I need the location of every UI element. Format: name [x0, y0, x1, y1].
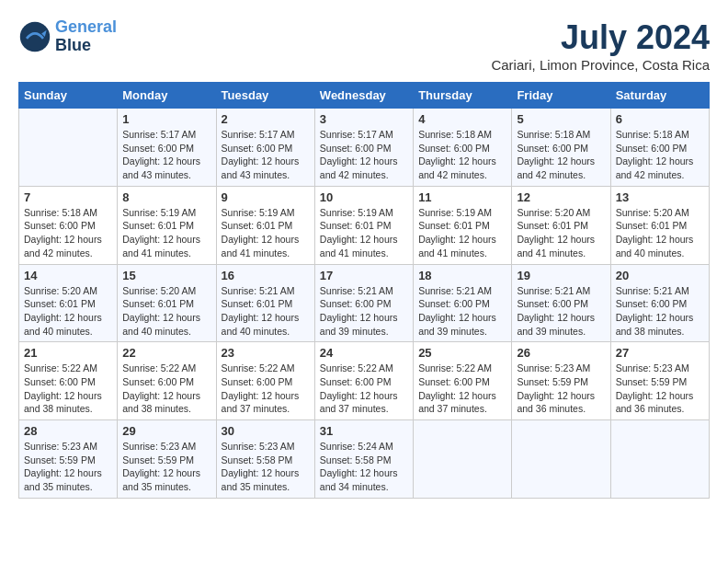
day-cell	[414, 420, 512, 499]
day-cell: 2Sunrise: 5:17 AM Sunset: 6:00 PM Daylig…	[216, 109, 314, 187]
day-cell: 7Sunrise: 5:18 AM Sunset: 6:00 PM Daylig…	[19, 186, 118, 264]
col-header-sunday: Sunday	[19, 83, 118, 109]
day-cell: 12Sunrise: 5:20 AM Sunset: 6:01 PM Dayli…	[512, 186, 610, 264]
day-number: 11	[418, 190, 506, 204]
day-number: 12	[517, 190, 605, 204]
month-title: July 2024	[491, 18, 710, 57]
day-number: 29	[122, 424, 210, 438]
logo: GeneralBlue	[18, 18, 117, 55]
day-cell: 29Sunrise: 5:23 AM Sunset: 5:59 PM Dayli…	[118, 420, 216, 499]
day-number: 19	[517, 269, 605, 282]
day-number: 3	[320, 112, 408, 126]
logo-icon	[18, 20, 51, 53]
day-cell: 21Sunrise: 5:22 AM Sunset: 6:00 PM Dayli…	[19, 342, 118, 420]
day-number: 23	[222, 346, 310, 360]
day-info: Sunrise: 5:18 AM Sunset: 6:00 PM Dayligh…	[517, 128, 605, 182]
col-header-wednesday: Wednesday	[314, 83, 413, 109]
day-info: Sunrise: 5:17 AM Sunset: 6:00 PM Dayligh…	[320, 128, 408, 182]
day-info: Sunrise: 5:19 AM Sunset: 6:01 PM Dayligh…	[122, 206, 210, 260]
day-info: Sunrise: 5:22 AM Sunset: 6:00 PM Dayligh…	[122, 362, 210, 416]
day-info: Sunrise: 5:18 AM Sunset: 6:00 PM Dayligh…	[418, 128, 506, 182]
day-cell: 20Sunrise: 5:21 AM Sunset: 6:00 PM Dayli…	[610, 264, 709, 342]
day-cell: 9Sunrise: 5:19 AM Sunset: 6:01 PM Daylig…	[216, 186, 314, 264]
day-info: Sunrise: 5:21 AM Sunset: 6:00 PM Dayligh…	[517, 284, 605, 339]
week-row-4: 21Sunrise: 5:22 AM Sunset: 6:00 PM Dayli…	[19, 342, 710, 420]
day-info: Sunrise: 5:21 AM Sunset: 6:00 PM Dayligh…	[616, 284, 704, 339]
calendar-table: SundayMondayTuesdayWednesdayThursdayFrid…	[18, 82, 710, 499]
day-number: 15	[122, 269, 210, 282]
title-area: July 2024 Cariari, Limon Province, Costa…	[491, 18, 710, 73]
day-number: 16	[222, 269, 310, 282]
page-header: GeneralBlue July 2024 Cariari, Limon Pro…	[18, 18, 710, 73]
day-info: Sunrise: 5:20 AM Sunset: 6:01 PM Dayligh…	[24, 284, 112, 339]
day-cell: 22Sunrise: 5:22 AM Sunset: 6:00 PM Dayli…	[118, 342, 216, 420]
day-cell: 15Sunrise: 5:20 AM Sunset: 6:01 PM Dayli…	[118, 264, 216, 342]
day-info: Sunrise: 5:21 AM Sunset: 6:00 PM Dayligh…	[418, 284, 506, 339]
logo-text: GeneralBlue	[55, 18, 117, 55]
day-info: Sunrise: 5:18 AM Sunset: 6:00 PM Dayligh…	[24, 206, 112, 260]
day-cell: 13Sunrise: 5:20 AM Sunset: 6:01 PM Dayli…	[610, 186, 709, 264]
day-number: 26	[517, 346, 605, 360]
day-info: Sunrise: 5:22 AM Sunset: 6:00 PM Dayligh…	[222, 362, 310, 416]
day-number: 22	[122, 346, 210, 360]
col-header-monday: Monday	[118, 83, 216, 109]
day-number: 1	[122, 112, 210, 126]
day-info: Sunrise: 5:22 AM Sunset: 6:00 PM Dayligh…	[320, 362, 408, 416]
day-info: Sunrise: 5:23 AM Sunset: 5:59 PM Dayligh…	[122, 440, 210, 494]
day-cell: 3Sunrise: 5:17 AM Sunset: 6:00 PM Daylig…	[314, 109, 413, 187]
day-cell: 16Sunrise: 5:21 AM Sunset: 6:01 PM Dayli…	[216, 264, 314, 342]
day-number: 2	[222, 112, 310, 126]
day-cell: 30Sunrise: 5:23 AM Sunset: 5:58 PM Dayli…	[216, 420, 314, 499]
day-info: Sunrise: 5:19 AM Sunset: 6:01 PM Dayligh…	[418, 206, 506, 260]
day-number: 10	[320, 190, 408, 204]
day-number: 5	[517, 112, 605, 126]
day-info: Sunrise: 5:20 AM Sunset: 6:01 PM Dayligh…	[517, 206, 605, 260]
day-info: Sunrise: 5:23 AM Sunset: 5:58 PM Dayligh…	[222, 440, 310, 494]
day-number: 18	[418, 269, 506, 282]
day-cell: 1Sunrise: 5:17 AM Sunset: 6:00 PM Daylig…	[118, 109, 216, 187]
day-info: Sunrise: 5:20 AM Sunset: 6:01 PM Dayligh…	[616, 206, 704, 260]
col-header-friday: Friday	[512, 83, 610, 109]
col-header-tuesday: Tuesday	[216, 83, 314, 109]
day-number: 31	[320, 424, 408, 438]
day-number: 8	[122, 190, 210, 204]
week-row-1: 1Sunrise: 5:17 AM Sunset: 6:00 PM Daylig…	[19, 109, 710, 187]
day-cell: 10Sunrise: 5:19 AM Sunset: 6:01 PM Dayli…	[314, 186, 413, 264]
day-info: Sunrise: 5:19 AM Sunset: 6:01 PM Dayligh…	[222, 206, 310, 260]
week-row-5: 28Sunrise: 5:23 AM Sunset: 5:59 PM Dayli…	[19, 420, 710, 499]
day-number: 4	[418, 112, 506, 126]
day-cell: 11Sunrise: 5:19 AM Sunset: 6:01 PM Dayli…	[414, 186, 512, 264]
day-number: 7	[24, 190, 112, 204]
header-row: SundayMondayTuesdayWednesdayThursdayFrid…	[19, 83, 710, 109]
day-info: Sunrise: 5:17 AM Sunset: 6:00 PM Dayligh…	[222, 128, 310, 182]
week-row-3: 14Sunrise: 5:20 AM Sunset: 6:01 PM Dayli…	[19, 264, 710, 342]
subtitle: Cariari, Limon Province, Costa Rica	[491, 57, 710, 73]
day-info: Sunrise: 5:19 AM Sunset: 6:01 PM Dayligh…	[320, 206, 408, 260]
day-info: Sunrise: 5:23 AM Sunset: 5:59 PM Dayligh…	[24, 440, 112, 494]
day-cell: 4Sunrise: 5:18 AM Sunset: 6:00 PM Daylig…	[414, 109, 512, 187]
day-cell: 18Sunrise: 5:21 AM Sunset: 6:00 PM Dayli…	[414, 264, 512, 342]
day-cell: 8Sunrise: 5:19 AM Sunset: 6:01 PM Daylig…	[118, 186, 216, 264]
day-cell	[610, 420, 709, 499]
day-info: Sunrise: 5:22 AM Sunset: 6:00 PM Dayligh…	[418, 362, 506, 416]
day-cell: 19Sunrise: 5:21 AM Sunset: 6:00 PM Dayli…	[512, 264, 610, 342]
day-number: 25	[418, 346, 506, 360]
day-number: 27	[616, 346, 704, 360]
day-info: Sunrise: 5:17 AM Sunset: 6:00 PM Dayligh…	[122, 128, 210, 182]
day-cell: 23Sunrise: 5:22 AM Sunset: 6:00 PM Dayli…	[216, 342, 314, 420]
day-info: Sunrise: 5:23 AM Sunset: 5:59 PM Dayligh…	[616, 362, 704, 416]
day-info: Sunrise: 5:20 AM Sunset: 6:01 PM Dayligh…	[122, 284, 210, 339]
day-info: Sunrise: 5:24 AM Sunset: 5:58 PM Dayligh…	[320, 440, 408, 494]
day-info: Sunrise: 5:22 AM Sunset: 6:00 PM Dayligh…	[24, 362, 112, 416]
day-number: 20	[616, 269, 704, 282]
day-number: 9	[222, 190, 310, 204]
day-cell: 6Sunrise: 5:18 AM Sunset: 6:00 PM Daylig…	[610, 109, 709, 187]
day-cell: 14Sunrise: 5:20 AM Sunset: 6:01 PM Dayli…	[19, 264, 118, 342]
day-info: Sunrise: 5:21 AM Sunset: 6:00 PM Dayligh…	[320, 284, 408, 339]
day-cell: 24Sunrise: 5:22 AM Sunset: 6:00 PM Dayli…	[314, 342, 413, 420]
col-header-saturday: Saturday	[610, 83, 709, 109]
day-number: 24	[320, 346, 408, 360]
day-number: 14	[24, 269, 112, 282]
col-header-thursday: Thursday	[414, 83, 512, 109]
day-number: 30	[222, 424, 310, 438]
